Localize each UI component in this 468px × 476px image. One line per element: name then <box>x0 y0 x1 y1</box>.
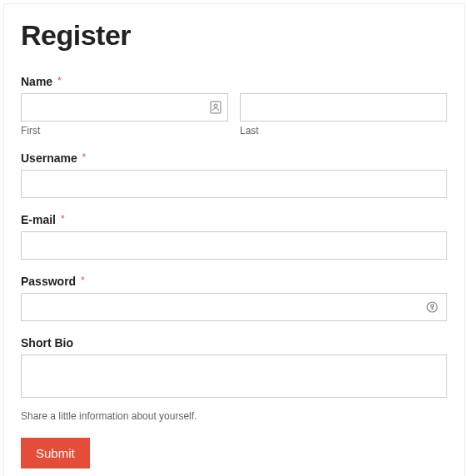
password-wrap <box>21 293 447 321</box>
name-row: First Last <box>21 93 447 136</box>
bio-textarea[interactable] <box>21 355 447 398</box>
svg-point-3 <box>431 305 433 307</box>
username-input[interactable] <box>21 170 447 198</box>
bio-label: Short Bio <box>21 336 447 350</box>
required-marker: * <box>61 213 65 225</box>
first-name-sublabel: First <box>21 125 228 136</box>
username-field: Username * <box>21 151 447 198</box>
register-card: Register Name * First <box>3 3 465 476</box>
last-name-sublabel: Last <box>240 125 447 136</box>
first-name-wrap <box>21 93 228 121</box>
bio-hint-wrap: Share a little information about yoursel… <box>21 408 447 423</box>
last-name-col: Last <box>240 93 447 136</box>
last-name-input[interactable] <box>240 93 447 121</box>
submit-button[interactable]: Submit <box>21 438 90 469</box>
required-marker: * <box>57 75 62 87</box>
name-field: Name * First Las <box>21 75 447 136</box>
bio-hint: Share a little information about yoursel… <box>21 410 197 422</box>
required-marker: * <box>81 275 85 286</box>
password-field: Password * <box>21 275 447 321</box>
username-label: Username * <box>21 151 447 165</box>
email-label: E-mail * <box>21 213 447 226</box>
password-input[interactable] <box>21 293 447 321</box>
email-input[interactable] <box>21 231 447 260</box>
password-label-text: Password <box>21 275 76 288</box>
name-label: Name * <box>21 75 447 88</box>
bio-label-text: Short Bio <box>21 336 73 350</box>
email-label-text: E-mail <box>21 213 56 226</box>
required-marker: * <box>82 151 87 163</box>
svg-point-1 <box>214 104 217 107</box>
email-field: E-mail * <box>21 213 447 260</box>
contact-card-icon <box>210 101 222 114</box>
bio-field: Short Bio <box>21 336 447 401</box>
password-label: Password * <box>21 275 447 288</box>
first-name-input[interactable] <box>21 93 228 121</box>
username-label-text: Username <box>21 151 77 165</box>
name-label-text: Name <box>21 75 52 88</box>
password-manager-icon <box>426 300 439 314</box>
first-name-col: First <box>21 93 228 136</box>
page-title: Register <box>21 19 447 52</box>
